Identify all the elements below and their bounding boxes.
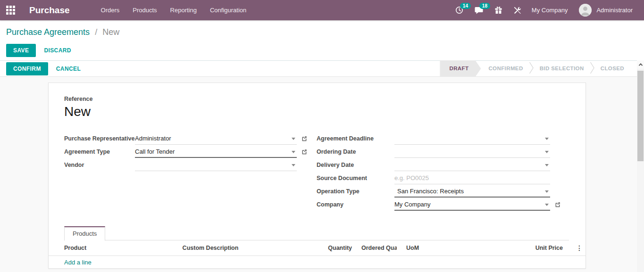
vendor-label: Vendor [64, 159, 135, 169]
field-source-document: Source Document [317, 172, 569, 184]
column-unit-price: Unit Price [435, 245, 571, 251]
breadcrumb-parent-link[interactable]: Purchase Agreements [6, 27, 90, 37]
column-ordered-quantity: Ordered Qua… [352, 245, 397, 251]
control-panel-buttons: SAVE DISCARD [6, 44, 644, 57]
purchase-representative-label: Purchase Representative [64, 132, 135, 142]
status-step-draft[interactable]: DRAFT [440, 60, 481, 77]
field-company: Company [317, 198, 569, 211]
dropdown-caret-icon[interactable] [545, 190, 549, 193]
nav-orders[interactable]: Orders [94, 0, 126, 20]
chevron-up-icon [638, 63, 642, 67]
external-link-icon[interactable] [554, 201, 561, 210]
save-button[interactable]: SAVE [6, 44, 36, 57]
field-ordering-date: Ordering Date [317, 146, 569, 158]
control-panel: Purchase Agreements / New SAVE DISCARD [0, 20, 644, 60]
nav-products[interactable]: Products [126, 0, 163, 20]
main-menu: Orders Products Reporting Configuration [94, 0, 253, 20]
external-link-icon[interactable] [301, 148, 308, 157]
optional-columns-icon[interactable]: ⋮ [571, 244, 585, 252]
form-sheet: Reference New Purchase Representative Ag… [48, 82, 586, 269]
dropdown-caret-icon[interactable] [545, 138, 549, 140]
reference-label: Reference [64, 96, 569, 102]
status-step-confirmed[interactable]: CONFIRMED [481, 60, 530, 77]
dropdown-caret-icon[interactable] [292, 138, 295, 140]
vendor-input[interactable] [135, 159, 297, 170]
dropdown-caret-icon[interactable] [545, 164, 549, 166]
source-document-label: Source Document [317, 172, 394, 182]
dropdown-caret-icon[interactable] [545, 151, 549, 153]
dropdown-caret-icon[interactable] [545, 204, 549, 206]
tab-products[interactable]: Products [64, 226, 105, 241]
products-table-header: Product Custom Description Quantity Orde… [49, 240, 585, 256]
source-document-input[interactable] [394, 172, 550, 183]
rewards-button[interactable] [489, 0, 508, 20]
left-field-column: Purchase Representative Agreement Type [64, 132, 308, 212]
statusbar: DRAFT CONFIRMED BID SELECTION CLOSED [440, 60, 632, 77]
cancel-button[interactable]: CANCEL [56, 66, 81, 72]
user-menu[interactable]: Administrator [592, 7, 637, 14]
ordering-date-input[interactable] [394, 146, 550, 157]
scrollbar-thumb[interactable] [637, 71, 644, 161]
messages-button[interactable]: 18 [469, 0, 489, 20]
wrench-icon [514, 7, 521, 14]
gift-icon [494, 6, 502, 14]
confirm-button[interactable]: CONFIRM [6, 62, 48, 75]
status-step-bid-selection[interactable]: BID SELECTION [532, 60, 592, 77]
field-vendor: Vendor [64, 159, 308, 171]
apps-menu-icon[interactable] [6, 6, 15, 15]
breadcrumb: Purchase Agreements / New [6, 27, 644, 37]
ordering-date-label: Ordering Date [317, 146, 394, 156]
agreement-type-input[interactable] [135, 146, 297, 157]
systray: 14 18 My Company Administrator [450, 0, 637, 20]
form-view: Reference New Purchase Representative Ag… [0, 82, 644, 272]
field-delivery-date: Delivery Date [317, 159, 569, 171]
nav-reporting[interactable]: Reporting [164, 0, 203, 20]
top-navbar: Purchase Orders Products Reporting Confi… [0, 0, 644, 20]
table-row: Add a line [49, 256, 585, 268]
add-a-line-link[interactable]: Add a line [64, 259, 92, 266]
right-field-column: Agreement Deadline Ordering Date Deliver… [317, 132, 569, 212]
external-link-icon[interactable] [301, 135, 308, 144]
nav-configuration[interactable]: Configuration [203, 0, 253, 20]
field-agreement-deadline: Agreement Deadline [317, 132, 569, 145]
activities-button[interactable]: 14 [450, 0, 469, 20]
column-product: Product [64, 245, 175, 251]
company-label: Company [317, 198, 394, 208]
scrollbar[interactable] [637, 60, 644, 272]
delivery-date-input[interactable] [394, 159, 550, 170]
scroll-up-button[interactable] [637, 60, 644, 69]
column-quantity: Quantity [246, 245, 352, 251]
purchase-representative-input[interactable] [135, 132, 297, 144]
dropdown-caret-icon[interactable] [292, 164, 295, 166]
agreement-type-label: Agreement Type [64, 146, 135, 156]
reference-value[interactable]: New [64, 104, 569, 119]
column-uom: UoM [397, 245, 435, 251]
status-step-closed[interactable]: CLOSED [593, 60, 632, 77]
dropdown-caret-icon[interactable] [292, 151, 295, 153]
app-name[interactable]: Purchase [29, 5, 70, 16]
column-custom-description: Custom Description [175, 245, 246, 251]
agreement-deadline-label: Agreement Deadline [317, 132, 394, 142]
field-grid: Purchase Representative Agreement Type [64, 132, 569, 212]
field-purchase-representative: Purchase Representative [64, 132, 308, 145]
discard-button[interactable]: DISCARD [44, 47, 71, 54]
user-avatar-icon[interactable] [579, 4, 592, 16]
tools-button[interactable] [508, 0, 527, 20]
breadcrumb-separator: / [95, 27, 97, 37]
form-statusbar-row: CONFIRM CANCEL DRAFT CONFIRMED BID SELEC… [0, 60, 644, 77]
delivery-date-label: Delivery Date [317, 159, 394, 169]
notebook-tabs: Products [64, 226, 569, 240]
company-switcher[interactable]: My Company [527, 7, 573, 14]
operation-type-label: Operation Type [317, 185, 394, 195]
breadcrumb-current: New [102, 27, 119, 37]
operation-type-select[interactable] [394, 185, 550, 197]
agreement-deadline-input[interactable] [394, 132, 550, 144]
company-input[interactable] [394, 198, 550, 210]
field-agreement-type: Agreement Type [64, 146, 308, 158]
field-operation-type: Operation Type [317, 185, 569, 198]
